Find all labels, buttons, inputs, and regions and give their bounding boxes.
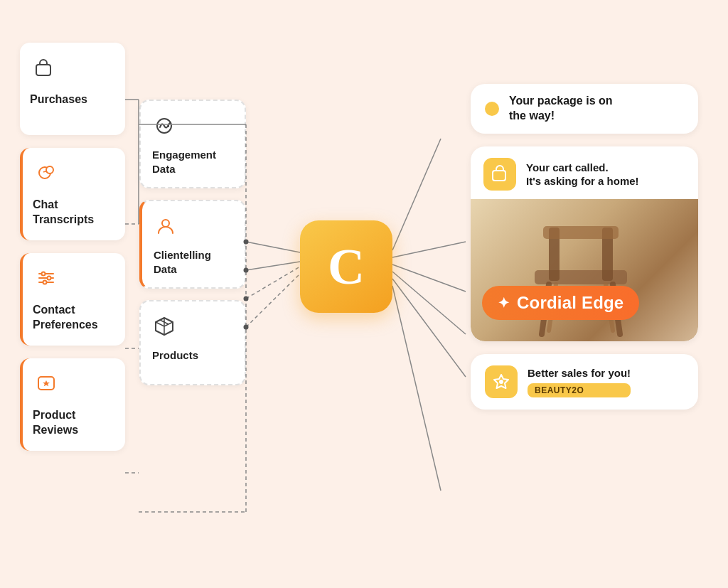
mid-data-cards: EngagementData ClientellingData Products (139, 100, 246, 385)
svg-rect-39 (543, 226, 619, 239)
sales-title-text: Better sales for you! (528, 367, 631, 379)
svg-line-22 (392, 286, 441, 491)
svg-line-20 (392, 272, 466, 334)
central-logo: C (300, 220, 392, 313)
package-notification-card: Your package is onthe way! (471, 84, 698, 134)
svg-point-31 (43, 281, 47, 284)
cordial-edge-text: Cordial Edge (517, 293, 623, 313)
package-notification-text: Your package is onthe way! (509, 94, 613, 124)
svg-line-11 (246, 267, 300, 299)
products-label: Products (152, 348, 198, 363)
svg-line-17 (392, 139, 441, 250)
right-output-cards: Your package is onthe way! Your cart cal… (471, 84, 698, 410)
engagement-data-label: EngagementData (152, 148, 216, 176)
svg-point-44 (499, 380, 503, 384)
cart-notification-text: Your cart called.It's asking for a home! (526, 161, 639, 188)
svg-rect-35 (493, 171, 505, 181)
product-reviews-label: ProductReviews (33, 408, 78, 438)
clientelling-data-label: ClientellingData (154, 248, 211, 276)
svg-line-21 (392, 279, 466, 377)
product-reviews-card: ProductReviews (20, 358, 125, 451)
sparkle-icon: ✦ (498, 294, 510, 311)
svg-point-34 (162, 220, 169, 227)
chat-icon (33, 159, 60, 186)
notification-dot (485, 102, 499, 116)
svg-point-30 (48, 277, 51, 280)
svg-rect-23 (36, 65, 50, 75)
left-data-cards: Purchases ChatTranscripts ContactPrefere… (20, 43, 125, 451)
svg-line-9 (246, 242, 300, 252)
sales-notification-card: Better sales for you! BEAUTY2O (471, 354, 698, 410)
clientelling-icon (154, 214, 178, 238)
purchases-label: Purchases (30, 92, 87, 107)
central-logo-letter: C (328, 241, 365, 292)
cart-card-header: Your cart called.It's asking for a home! (471, 146, 698, 199)
box-icon (152, 314, 176, 338)
engagement-icon (152, 114, 176, 138)
svg-line-19 (392, 264, 466, 292)
cart-card: Your cart called.It's asking for a home! (471, 146, 698, 341)
promo-code-badge: BEAUTY2O (528, 383, 631, 397)
chat-transcripts-label: ChatTranscripts (33, 198, 94, 228)
svg-line-18 (392, 242, 466, 257)
purchases-card: Purchases (20, 43, 125, 135)
contact-preferences-card: ContactPreferences (20, 253, 125, 346)
sliders-icon (33, 264, 60, 292)
svg-point-29 (42, 272, 46, 276)
review-icon (33, 370, 60, 397)
engagement-data-card: EngagementData (139, 100, 246, 188)
clientelling-data-card: ClientellingData (139, 200, 246, 289)
bag-icon (30, 54, 57, 81)
svg-line-12 (246, 274, 300, 327)
chat-transcripts-card: ChatTranscripts (20, 148, 125, 240)
sales-content: Better sales for you! BEAUTY2O (528, 367, 631, 397)
contact-preferences-label: ContactPreferences (33, 303, 98, 333)
cart-icon-box (483, 158, 516, 191)
sales-icon-box (485, 365, 518, 398)
products-card: Products (139, 300, 246, 385)
svg-line-10 (246, 262, 300, 270)
cordial-edge-badge: ✦ Cordial Edge (482, 286, 639, 320)
